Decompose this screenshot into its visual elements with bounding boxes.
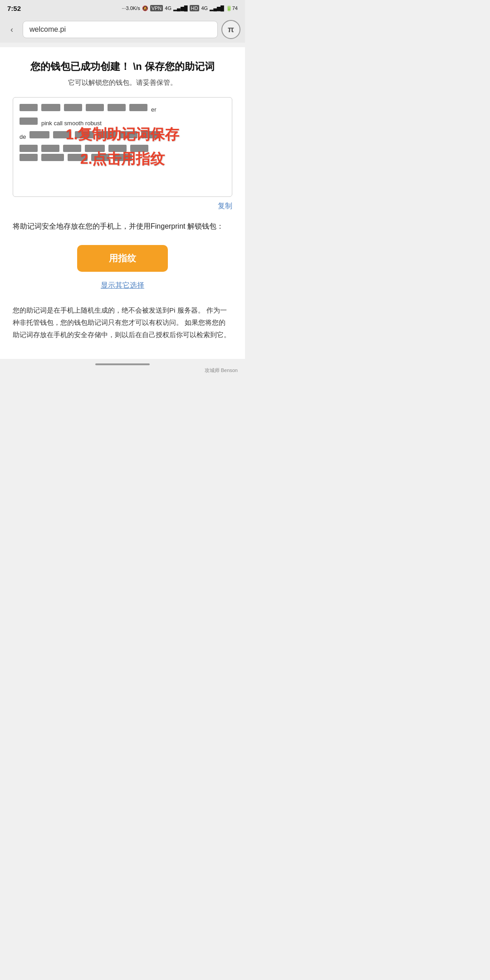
- network-type2: 4G: [201, 5, 208, 11]
- mnemonic-box: er pink call smooth robust de: [13, 97, 232, 197]
- url-field[interactable]: welcome.pi: [23, 21, 218, 38]
- back-icon: ‹: [10, 25, 13, 34]
- pi-logo-button[interactable]: π: [221, 20, 240, 39]
- page-content: 您的钱包已成功创建！ \n 保存您的助记词 它可以解锁您的钱包。请妥善保管。 e…: [0, 47, 245, 359]
- disclaimer-text: 您的助记词是在手机上随机生成的，绝不会被发送到Pi 服务器。 作为一种非托管钱包…: [13, 304, 232, 341]
- back-button[interactable]: ‹: [5, 22, 19, 37]
- watermark: 攻城师 Benson: [0, 367, 245, 374]
- pi-symbol: π: [228, 25, 234, 34]
- fingerprint-button[interactable]: 用指纹: [77, 245, 168, 272]
- network-speed: ···3.0K/s: [122, 5, 140, 11]
- show-options-link[interactable]: 显示其它选择: [101, 281, 144, 289]
- signal-bars2: ▂▄▆█: [210, 5, 224, 11]
- signal-bars: ▂▄▆█: [173, 5, 188, 11]
- copy-link[interactable]: 复制: [218, 202, 232, 210]
- instruction-text: 将助记词安全地存放在您的手机上，并使用Fingerprint 解锁钱包：: [13, 220, 232, 232]
- battery: 🔋74: [226, 5, 238, 11]
- status-bar: 7:52 ···3.0K/s 🔕 VPN 4G ▂▄▆█ HD 4G ▂▄▆█ …: [0, 0, 245, 16]
- page-subtitle: 它可以解锁您的钱包。请妥善保管。: [13, 78, 232, 87]
- vpn-badge: VPN: [150, 5, 163, 11]
- status-right: ···3.0K/s 🔕 VPN 4G ▂▄▆█ HD 4G ▂▄▆█ 🔋74: [122, 5, 238, 11]
- copy-link-container: 复制: [13, 201, 232, 211]
- bottom-bar: 攻城师 Benson: [0, 359, 245, 377]
- show-options-container: 显示其它选择: [13, 281, 232, 290]
- address-bar: ‹ welcome.pi π: [0, 16, 245, 43]
- home-indicator[interactable]: [95, 363, 150, 365]
- page-title: 您的钱包已成功创建！ \n 保存您的助记词: [13, 60, 232, 74]
- page-title-text: 您的钱包已成功创建！ \n 保存您的助记词: [30, 61, 215, 72]
- url-text: welcome.pi: [29, 25, 66, 34]
- status-time: 7:52: [7, 5, 21, 12]
- mnemonic-words: er pink call smooth robust de: [20, 104, 225, 161]
- hd-badge: HD: [190, 5, 200, 11]
- network-type: 4G: [165, 5, 172, 11]
